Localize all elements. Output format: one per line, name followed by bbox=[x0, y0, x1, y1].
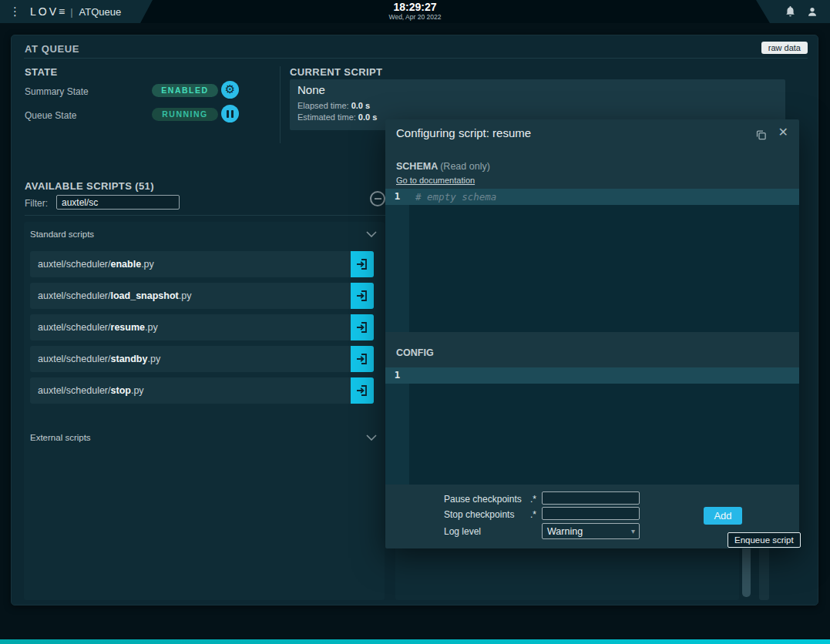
schema-editor[interactable]: 1 # empty schema bbox=[385, 189, 799, 332]
script-path: auxtel/scheduler/ bbox=[38, 385, 111, 396]
script-ext: .py bbox=[131, 385, 144, 396]
filter-input[interactable] bbox=[56, 195, 180, 210]
summary-state-badge: ENABLED bbox=[152, 84, 218, 97]
log-level-select[interactable]: Warning ▾ bbox=[542, 523, 640, 539]
launch-script-button[interactable] bbox=[351, 251, 374, 277]
available-scripts-heading: AVAILABLE SCRIPTS (51) bbox=[25, 180, 154, 192]
config-heading: CONFIG bbox=[396, 347, 434, 358]
script-path: auxtel/scheduler/ bbox=[38, 322, 111, 333]
launch-script-icon bbox=[356, 290, 368, 302]
notifications-bell-icon[interactable] bbox=[785, 5, 796, 18]
queue-state-label: Queue State bbox=[25, 110, 76, 121]
chevron-down-icon: ▾ bbox=[631, 527, 635, 535]
script-row: auxtel/scheduler/enable.py bbox=[30, 251, 374, 277]
header-divider bbox=[24, 58, 808, 59]
copy-icon bbox=[755, 129, 767, 141]
schema-line-number: 1 bbox=[385, 190, 409, 202]
schema-code-comment: # empty schema bbox=[415, 191, 496, 203]
log-level-value: Warning bbox=[547, 526, 583, 537]
schema-heading-text: SCHEMA bbox=[396, 161, 438, 172]
summary-state-config-button[interactable]: ⚙ bbox=[221, 81, 239, 99]
script-row: auxtel/scheduler/standby.py bbox=[30, 346, 374, 372]
close-icon: ✕ bbox=[778, 125, 788, 139]
add-button[interactable]: Add bbox=[704, 507, 742, 525]
estimated-time-value: 0.0 s bbox=[358, 112, 377, 122]
queue-pause-button[interactable] bbox=[221, 105, 239, 122]
enqueue-script-tooltip: Enqueue script bbox=[728, 532, 801, 548]
script-path-text: auxtel/scheduler/standby.py bbox=[30, 354, 351, 364]
script-row: auxtel/scheduler/stop.py bbox=[30, 377, 374, 404]
close-modal-button[interactable]: ✕ bbox=[778, 125, 788, 139]
clock-date: Wed, Apr 20 2022 bbox=[0, 13, 830, 21]
scrollbar-thumb[interactable] bbox=[742, 542, 751, 597]
script-path-text: auxtel/scheduler/stop.py bbox=[30, 385, 351, 396]
scripts-list-panel: Standard scripts auxtel/scheduler/enable… bbox=[24, 222, 385, 600]
log-level-label: Log level bbox=[444, 526, 481, 537]
minus-circle-icon bbox=[375, 198, 381, 200]
launch-script-button[interactable] bbox=[351, 283, 374, 309]
scrollbar-track[interactable] bbox=[759, 542, 769, 600]
atqueue-app: ⋮ LOV≡ | ATQueue 18:29:27 Wed, Apr 20 20… bbox=[0, 0, 830, 644]
summary-state-label: Summary State bbox=[25, 86, 89, 97]
current-script-heading: CURRENT SCRIPT bbox=[290, 66, 382, 78]
editor-gutter bbox=[385, 189, 409, 332]
chevron-down-icon bbox=[366, 434, 377, 441]
standard-scripts-header[interactable]: Standard scripts bbox=[30, 226, 377, 242]
footer-accent-bar bbox=[0, 639, 830, 644]
script-name: load_snapshot bbox=[111, 290, 179, 301]
script-row: auxtel/scheduler/resume.py bbox=[30, 314, 374, 340]
modal-title: Configuring script: resume bbox=[396, 126, 531, 139]
launch-script-icon bbox=[356, 353, 368, 365]
script-name: enable bbox=[111, 259, 142, 270]
script-ext: .py bbox=[179, 290, 192, 301]
launch-script-icon bbox=[356, 321, 368, 334]
config-editor[interactable]: 1 bbox=[385, 367, 799, 485]
raw-data-button[interactable]: raw data bbox=[761, 42, 808, 54]
queue-state-badge: RUNNING bbox=[152, 108, 218, 121]
launch-script-icon bbox=[356, 258, 368, 270]
elapsed-time-label: Elapsed time: bbox=[297, 101, 349, 110]
topbar: ⋮ LOV≡ | ATQueue 18:29:27 Wed, Apr 20 20… bbox=[0, 0, 830, 23]
collapse-all-button[interactable] bbox=[370, 191, 385, 206]
configure-script-modal: Configuring script: resume ✕ SCHEMA (Rea… bbox=[385, 119, 799, 548]
filter-label: Filter: bbox=[25, 198, 48, 209]
script-path: auxtel/scheduler/ bbox=[38, 290, 111, 301]
script-row: auxtel/scheduler/load_snapshot.py bbox=[30, 283, 374, 309]
pause-icon bbox=[227, 110, 234, 118]
launch-script-button[interactable] bbox=[351, 314, 374, 340]
gear-icon: ⚙ bbox=[225, 84, 235, 96]
external-scripts-header[interactable]: External scripts bbox=[30, 430, 377, 445]
script-name: stop bbox=[111, 385, 131, 396]
state-heading: STATE bbox=[25, 66, 58, 78]
script-path: auxtel/scheduler/ bbox=[38, 259, 111, 270]
current-script-name: None bbox=[297, 83, 325, 96]
editor-gutter bbox=[385, 367, 409, 485]
estimated-time-label: Estimated time: bbox=[297, 112, 356, 122]
estimated-time-row: Estimated time:0.0 s bbox=[297, 112, 377, 122]
schema-readonly-note: (Read only) bbox=[440, 161, 490, 172]
launch-script-button[interactable] bbox=[351, 346, 374, 372]
filter-divider bbox=[25, 215, 385, 216]
stop-checkpoints-input[interactable] bbox=[542, 507, 640, 520]
launch-script-button[interactable] bbox=[351, 377, 374, 404]
section-divider bbox=[280, 66, 281, 143]
user-profile-icon[interactable] bbox=[807, 6, 818, 18]
pause-checkpoints-input[interactable] bbox=[542, 491, 640, 505]
standard-scripts-label: Standard scripts bbox=[30, 230, 94, 239]
stop-checkpoints-pattern: .* bbox=[530, 509, 536, 520]
stop-checkpoints-label: Stop checkpoints bbox=[444, 509, 514, 520]
elapsed-time-row: Elapsed time:0.0 s bbox=[297, 101, 370, 110]
script-path: auxtel/scheduler/ bbox=[38, 354, 111, 364]
page-title: AT QUEUE bbox=[25, 43, 79, 55]
script-path-text: auxtel/scheduler/enable.py bbox=[30, 259, 351, 270]
schema-heading: SCHEMA (Read only) bbox=[396, 161, 490, 172]
clock: 18:29:27 Wed, Apr 20 2022 bbox=[0, 2, 830, 21]
elapsed-time-value: 0.0 s bbox=[351, 101, 370, 110]
clock-time: 18:29:27 bbox=[0, 2, 830, 13]
copy-config-button[interactable] bbox=[755, 129, 767, 143]
script-path-text: auxtel/scheduler/load_snapshot.py bbox=[30, 290, 351, 301]
script-ext: .py bbox=[141, 259, 154, 270]
pause-checkpoints-pattern: .* bbox=[530, 494, 536, 505]
chevron-down-icon bbox=[366, 231, 377, 237]
documentation-link[interactable]: Go to documentation bbox=[396, 176, 475, 185]
